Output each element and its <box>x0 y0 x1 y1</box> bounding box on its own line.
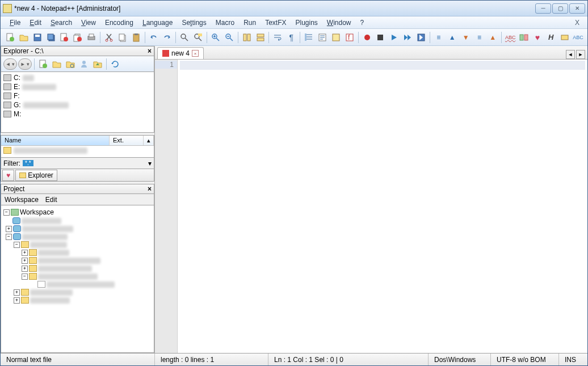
tree-label[interactable]: Workspace <box>20 208 54 216</box>
project-close[interactable]: × <box>148 185 152 193</box>
titlebar[interactable]: *new 4 - Notepad++ [Administrator] ─ ▢ ✕ <box>1 1 587 16</box>
menu-window[interactable]: Window <box>322 18 356 28</box>
drive-item[interactable]: M: <box>2 110 153 119</box>
filter-dropdown[interactable]: ▾ <box>148 159 152 167</box>
tab-favorites[interactable]: ♥ <box>2 170 14 181</box>
menu-encoding[interactable]: Encoding <box>100 18 138 28</box>
project-header[interactable]: Project × <box>1 184 154 194</box>
menu-language[interactable]: Language <box>138 18 177 28</box>
col-ext[interactable]: Ext. <box>110 136 144 145</box>
tree-expand[interactable]: + <box>14 289 20 296</box>
tool-e-icon[interactable]: ▲ <box>486 31 499 44</box>
file-tab[interactable]: new 4 × <box>157 47 204 59</box>
nav-fwd[interactable]: ► ▾ <box>18 58 32 70</box>
undo-icon[interactable] <box>148 31 160 44</box>
tree-expand[interactable]: + <box>22 266 28 272</box>
tab-next[interactable]: ► <box>576 50 585 59</box>
explorer-header[interactable]: Explorer - C:\ × <box>1 46 154 56</box>
doc-map-icon[interactable] <box>330 31 342 44</box>
tool-c-icon[interactable]: ▼ <box>460 31 472 44</box>
heart-icon[interactable]: ♥ <box>531 31 544 44</box>
project-tree[interactable]: −Workspace + − − + + + − + + <box>1 205 154 353</box>
wrap-icon[interactable] <box>271 31 284 44</box>
tool-b-icon[interactable]: ▲ <box>446 31 459 44</box>
menu-help[interactable]: ? <box>356 18 369 28</box>
filter-row[interactable]: Filter: *.* ▾ <box>1 158 154 169</box>
tab-prev[interactable]: ◄ <box>566 50 575 59</box>
save-macro-icon[interactable] <box>415 31 427 44</box>
menu-plugins[interactable]: Plugins <box>291 18 322 28</box>
tree-expand[interactable]: + <box>6 226 12 232</box>
menu-macro[interactable]: Macro <box>211 18 239 28</box>
tree-expand[interactable]: − <box>14 242 20 248</box>
show-all-icon[interactable]: ¶ <box>285 31 297 44</box>
tree-expand[interactable]: − <box>22 274 28 280</box>
cut-icon[interactable] <box>103 31 115 44</box>
nav-back[interactable]: ◄ ▾ <box>3 58 17 70</box>
exp-find-icon[interactable] <box>64 58 77 70</box>
status-eol[interactable]: Dos\Windows <box>429 354 491 365</box>
drive-item[interactable]: C: <box>2 73 153 82</box>
tool-d-icon[interactable]: ≡ <box>473 31 486 44</box>
compare-icon[interactable] <box>518 31 530 44</box>
close-all-icon[interactable] <box>72 31 84 44</box>
drive-item[interactable]: E: <box>2 82 153 91</box>
zoom-out-icon[interactable] <box>223 31 236 44</box>
file-list-header[interactable]: Name Ext. ▴ <box>1 136 154 146</box>
record-icon[interactable] <box>361 31 373 44</box>
copy-icon[interactable] <box>116 31 129 44</box>
stop-icon[interactable] <box>374 31 387 44</box>
func-list-icon[interactable]: f <box>343 31 356 44</box>
exp-up-icon[interactable] <box>91 58 104 70</box>
sync-v-icon[interactable] <box>241 31 253 44</box>
maximize-button[interactable]: ▢ <box>552 3 568 14</box>
tool-z-icon[interactable]: ABC <box>572 31 585 44</box>
menu-run[interactable]: Run <box>239 18 261 28</box>
find-icon[interactable] <box>178 31 191 44</box>
sync-h-icon[interactable] <box>254 31 267 44</box>
drive-list[interactable]: C: E: F: G: M: <box>1 72 154 133</box>
tree-expand[interactable]: − <box>3 209 10 216</box>
tree-expand[interactable]: + <box>14 297 20 304</box>
project-menu-edit[interactable]: Edit <box>45 196 57 204</box>
drive-item[interactable]: F: <box>2 91 153 100</box>
drive-item[interactable]: G: <box>2 100 153 110</box>
exp-refresh-icon[interactable] <box>109 58 121 70</box>
close-file-icon[interactable] <box>58 31 70 44</box>
save-all-icon[interactable] <box>45 31 57 44</box>
exp-new-icon[interactable] <box>37 58 49 70</box>
replace-icon[interactable] <box>192 31 204 44</box>
explorer-close[interactable]: × <box>148 47 152 55</box>
tree-expand[interactable]: + <box>22 250 28 256</box>
menu-view[interactable]: View <box>77 18 100 28</box>
close-button[interactable]: ✕ <box>569 3 585 14</box>
h-icon[interactable]: H <box>545 31 557 44</box>
menu-settings[interactable]: Settings <box>177 18 211 28</box>
menu-textfx[interactable]: TextFX <box>261 18 291 28</box>
minimize-button[interactable]: ─ <box>535 3 551 14</box>
tool-a-icon[interactable]: ≡ <box>432 31 445 44</box>
col-name[interactable]: Name <box>1 136 110 145</box>
zoom-in-icon[interactable] <box>209 31 222 44</box>
open-file-icon[interactable] <box>18 31 30 44</box>
menu-edit[interactable]: Edit <box>25 18 46 28</box>
tab-close[interactable]: × <box>192 50 199 57</box>
new-file-icon[interactable] <box>4 31 16 44</box>
exp-user-icon[interactable] <box>78 58 90 70</box>
menu-close-x[interactable]: X <box>572 19 583 27</box>
save-icon[interactable] <box>31 31 44 44</box>
status-mode[interactable]: INS <box>559 354 587 365</box>
text-area[interactable] <box>178 60 587 353</box>
indent-guide-icon[interactable] <box>303 31 315 44</box>
play-multi-icon[interactable] <box>401 31 414 44</box>
print-icon[interactable] <box>85 31 98 44</box>
tool-y-icon[interactable] <box>558 31 571 44</box>
spellcheck-icon[interactable]: ABC <box>504 31 516 44</box>
project-menu-workspace[interactable]: Workspace <box>5 196 39 204</box>
editor[interactable]: 1 <box>155 60 587 353</box>
exp-folder-icon[interactable] <box>51 58 63 70</box>
menu-file[interactable]: File <box>5 18 25 28</box>
play-icon[interactable] <box>388 31 400 44</box>
menu-search[interactable]: Search <box>46 18 77 28</box>
file-row[interactable] <box>1 146 154 155</box>
